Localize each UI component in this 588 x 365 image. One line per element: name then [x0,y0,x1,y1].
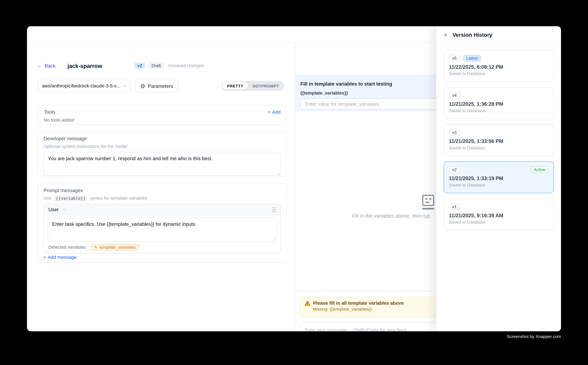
role-select[interactable]: User [48,207,66,212]
variable-syntax-chip: {{variable}} [54,195,87,201]
version-card[interactable]: v3 11/21/2025, 1:33:56 PM Saved to Datab… [444,124,554,156]
version-id-badge: v4 [449,92,460,99]
tools-empty-text: No tools added [44,117,281,123]
model-select[interactable]: aws/anthropic/bedrock-claude-3-5-s... [38,80,131,92]
back-label: Back [45,63,55,69]
version-status-badge: Active [531,166,549,173]
page-title: jack-sparrow [68,63,102,69]
version-card[interactable]: v5 Latest 11/22/2025, 6:08:12 PM Saved t… [444,50,554,82]
version-status-badge: Latest [463,55,481,62]
developer-message-subtitle: Optional system instructions for the mod… [44,144,281,149]
add-message-button[interactable]: + Add message [44,255,76,260]
version-timestamp: 11/21/2025, 1:36:28 PM [449,101,549,107]
version-timestamp: 11/21/2025, 1:33:19 PM [449,175,549,181]
detected-variables-row: Detected variables: ✎ template_variables [44,242,281,253]
chevron-down-icon [63,207,66,211]
parameters-label: Parameters [148,83,173,89]
version-saved-note: Saved to Database [449,220,549,224]
version-badge-row: v2 Active [449,166,549,173]
warning-icon [304,301,311,306]
back-button[interactable]: ← Back [38,63,55,69]
add-message-label: Add message [48,255,76,260]
app-window: ← Back jack-sparrow v2 Draft Unsaved cha… [27,26,561,331]
watermark: Screenshot by Xnapper.com [507,334,561,339]
version-id-badge: v1 [449,203,460,210]
version-timestamp: 11/21/2025, 1:33:56 PM [449,138,549,144]
version-badge: v2 [134,62,145,69]
version-card[interactable]: v4 11/21/2025, 1:36:28 PM Saved to Datab… [444,87,554,119]
version-id-badge: v5 [449,55,460,62]
drag-handle[interactable] [272,207,276,213]
parameters-button[interactable]: ⚙ Parameters [135,80,178,92]
message-block: User [44,204,281,253]
template-variable-chip-label: template_variables [99,245,136,249]
warning-title: Please fill in all template variables ab… [313,301,404,306]
model-select-value: aws/anthropic/bedrock-claude-3-5-s... [42,83,120,89]
version-card[interactable]: v1 11/21/2025, 9:16:39 AM Saved to Datab… [444,198,554,230]
unsaved-changes-text: Unsaved changes [168,63,204,68]
plus-icon: + [268,109,271,115]
developer-message-card: Developer message Optional system instru… [38,131,287,176]
prompt-editor-pane: ← Back jack-sparrow v2 Draft Unsaved cha… [27,42,295,331]
back-arrow-icon: ← [38,63,43,68]
status-badge: Draft [149,62,164,69]
version-history-header: × Version History [436,26,561,44]
version-list: v5 Latest 11/22/2025, 6:08:12 PM Saved t… [436,44,561,242]
version-badge-row: v5 Latest [449,55,549,62]
message-body: Enter task specifics. Use {{template_var… [44,215,281,242]
version-saved-note: Saved to Database [449,146,549,150]
drag-dots-icon [272,207,276,213]
close-icon[interactable]: × [444,32,448,38]
plus-icon: + [44,255,46,260]
version-badge-row: v4 [449,92,549,99]
view-toggle: PRETTY DOTPROMPT [222,81,284,91]
desktop-background: ← Back jack-sparrow v2 Draft Unsaved cha… [0,0,588,365]
add-tool-button[interactable]: + Add [268,109,281,115]
version-badge-row: v3 [449,129,549,136]
version-badge-row: v1 [449,203,549,210]
empty-state-text: Fill in the variables above, then typ [352,213,430,219]
toggle-option-pretty[interactable]: PRETTY [222,82,248,90]
pencil-icon: ✎ [94,245,97,249]
version-history-title: Version History [452,32,492,38]
prompt-messages-subtitle: Use {{variable}} syntax for template var… [44,196,281,201]
version-id-badge: v2 [449,166,460,173]
prompt-messages-card: Prompt messages Use {{variable}} syntax … [38,183,287,263]
developer-message-textarea[interactable]: You are jack sparrow number 1, respond a… [44,152,281,176]
developer-message-title: Developer message [44,136,281,141]
model-row: aws/anthropic/bedrock-claude-3-5-s... ⚙ … [38,80,287,92]
page-header: ← Back jack-sparrow v2 Draft Unsaved cha… [38,61,204,70]
tools-card: Tools + Add No tools added [38,105,287,125]
version-saved-note: Saved to Database [449,108,549,113]
version-timestamp: 11/22/2025, 6:08:12 PM [449,64,549,70]
version-saved-note: Saved to Database [449,71,549,76]
prompt-messages-title: Prompt messages [44,188,281,193]
prompt-message-textarea[interactable]: Enter task specifics. Use {{template_var… [48,218,277,242]
chevron-down-icon [123,83,127,87]
gear-icon: ⚙ [140,83,145,89]
add-tool-label: Add [272,109,281,115]
message-header: User [44,204,281,215]
tools-title: Tools [44,109,55,115]
detected-variables-label: Detected variables: [48,245,87,250]
role-select-value: User [48,207,59,212]
version-saved-note: Saved to Database [449,183,549,187]
version-history-drawer: × Version History v5 Latest 11/22/2025, … [436,26,561,331]
subtitle-prefix: Use [44,196,52,201]
bot-icon [421,194,436,212]
template-variable-chip[interactable]: ✎ template_variables [90,244,139,251]
version-id-badge: v3 [449,129,460,136]
version-card[interactable]: v2 Active 11/21/2025, 1:33:19 PM Saved t… [444,161,554,193]
subtitle-suffix: syntax for template variables [90,196,147,201]
toggle-option-dotprompt[interactable]: DOTPROMPT [248,82,284,90]
version-timestamp: 11/21/2025, 9:16:39 AM [449,213,549,218]
